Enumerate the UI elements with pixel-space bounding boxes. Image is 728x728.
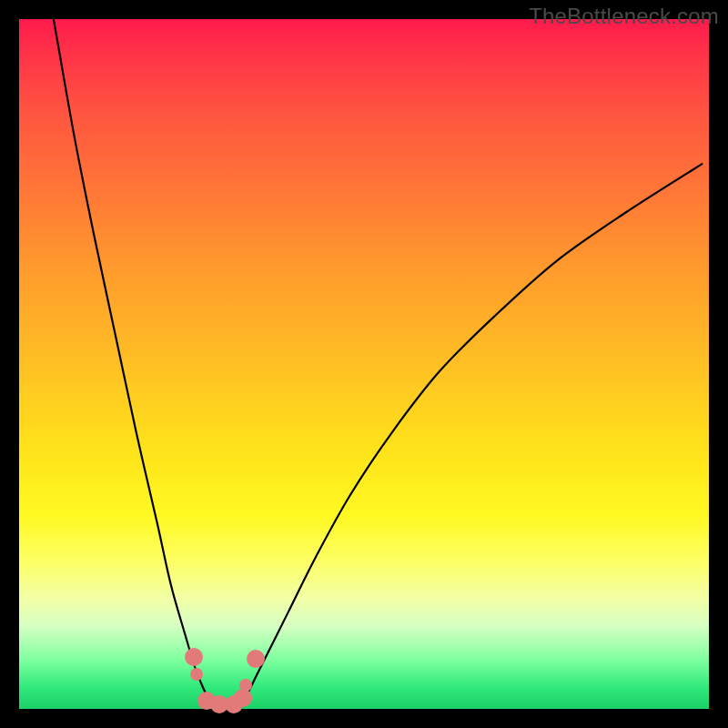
data-marker [190, 668, 203, 681]
bottleneck-curve [19, 19, 709, 709]
data-marker [247, 650, 265, 668]
watermark-text: TheBottleneck.com [529, 4, 719, 29]
data-marker [185, 648, 203, 666]
plot-area [19, 19, 709, 709]
data-marker [239, 679, 252, 692]
data-marker [234, 689, 252, 707]
